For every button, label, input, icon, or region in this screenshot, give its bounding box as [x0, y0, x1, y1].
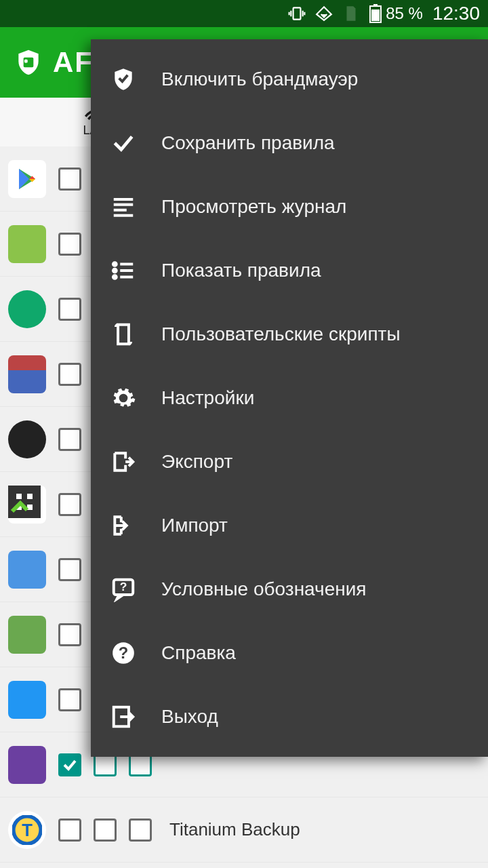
data-checkbox[interactable] — [129, 818, 152, 842]
menu-label: Включить брандмауэр — [161, 68, 358, 90]
menu-settings[interactable]: Настройки — [91, 366, 488, 430]
menu-label: Условные обозначения — [161, 578, 367, 600]
menu-legend[interactable]: ? Условные обозначения — [91, 557, 488, 621]
menu-save-rules[interactable]: Сохранить правила — [91, 111, 488, 175]
menu-label: Справка — [161, 642, 236, 664]
menu-label: Показать правила — [161, 260, 321, 281]
lan-checkbox[interactable] — [58, 428, 81, 451]
wifi-checkbox[interactable] — [94, 818, 117, 842]
lan-checkbox[interactable] — [58, 623, 81, 646]
menu-view-log[interactable]: Просмотреть журнал — [91, 175, 488, 239]
battery-indicator: 85 % — [369, 4, 423, 23]
menu-label: Сохранить правила — [161, 132, 335, 154]
lan-checkbox[interactable] — [58, 688, 81, 711]
app-icon — [8, 616, 46, 654]
app-icon — [8, 225, 46, 263]
menu-label: Пользовательские скрипты — [161, 323, 401, 345]
wifi-icon — [315, 5, 333, 22]
list-icon — [110, 257, 137, 284]
menu-import[interactable]: Импорт — [91, 494, 488, 557]
export-icon — [110, 448, 137, 475]
svg-rect-0 — [293, 7, 301, 19]
app-icon — [8, 355, 46, 393]
lan-checkbox[interactable] — [58, 818, 81, 842]
app-icon — [8, 290, 46, 328]
menu-label: Выход — [161, 706, 218, 728]
dropdown-menu: Включить брандмауэр Сохранить правила Пр… — [91, 39, 488, 757]
lan-checkbox[interactable] — [58, 233, 81, 256]
help-circle-icon: ? — [110, 639, 137, 667]
menu-label: Импорт — [161, 515, 228, 536]
clock: 12:30 — [432, 3, 480, 24]
menu-show-rules[interactable]: Показать правила — [91, 239, 488, 302]
menu-label: Экспорт — [161, 451, 232, 473]
menu-help[interactable]: ? Справка — [91, 621, 488, 685]
svg-point-10 — [113, 269, 117, 273]
app-row[interactable]: T Titanium Backup — [0, 797, 488, 863]
check-icon — [110, 130, 137, 157]
script-icon — [110, 321, 137, 348]
lan-checkbox[interactable] — [58, 753, 81, 776]
vibrate-icon — [288, 5, 306, 22]
battery-text: 85 % — [386, 4, 423, 23]
lan-checkbox[interactable] — [58, 298, 81, 321]
import-icon — [110, 512, 137, 539]
menu-custom-scripts[interactable]: Пользовательские скрипты — [91, 302, 488, 366]
menu-exit[interactable]: Выход — [91, 685, 488, 749]
svg-text:?: ? — [120, 580, 127, 593]
align-left-icon — [110, 193, 137, 220]
lan-checkbox[interactable] — [58, 493, 81, 516]
app-icon: T — [8, 811, 46, 849]
svg-point-11 — [113, 275, 117, 279]
app-icon — [8, 486, 46, 524]
app-icon — [8, 681, 46, 719]
menu-enable-firewall[interactable]: Включить брандмауэр — [91, 47, 488, 111]
app-icon — [8, 420, 46, 458]
svg-text:?: ? — [119, 644, 129, 662]
app-logo-icon — [14, 47, 43, 77]
lan-checkbox[interactable] — [58, 363, 81, 386]
gear-icon — [110, 384, 137, 412]
app-name-label: Titanium Backup — [169, 819, 300, 840]
exit-icon — [110, 703, 137, 730]
menu-label: Просмотреть журнал — [161, 196, 346, 218]
sd-card-icon — [342, 5, 360, 22]
menu-export[interactable]: Экспорт — [91, 430, 488, 494]
svg-rect-6 — [8, 486, 41, 518]
app-icon — [8, 551, 46, 589]
chat-help-icon: ? — [110, 576, 137, 603]
menu-label: Настройки — [161, 387, 254, 409]
shield-check-icon — [110, 66, 137, 93]
svg-rect-3 — [371, 9, 380, 21]
svg-point-9 — [113, 262, 117, 266]
svg-text:T: T — [22, 821, 33, 840]
app-icon — [8, 160, 46, 198]
app-icon — [8, 746, 46, 784]
lan-checkbox[interactable] — [58, 558, 81, 581]
lan-checkbox[interactable] — [58, 167, 81, 191]
status-bar: 85 % 12:30 — [0, 0, 488, 27]
